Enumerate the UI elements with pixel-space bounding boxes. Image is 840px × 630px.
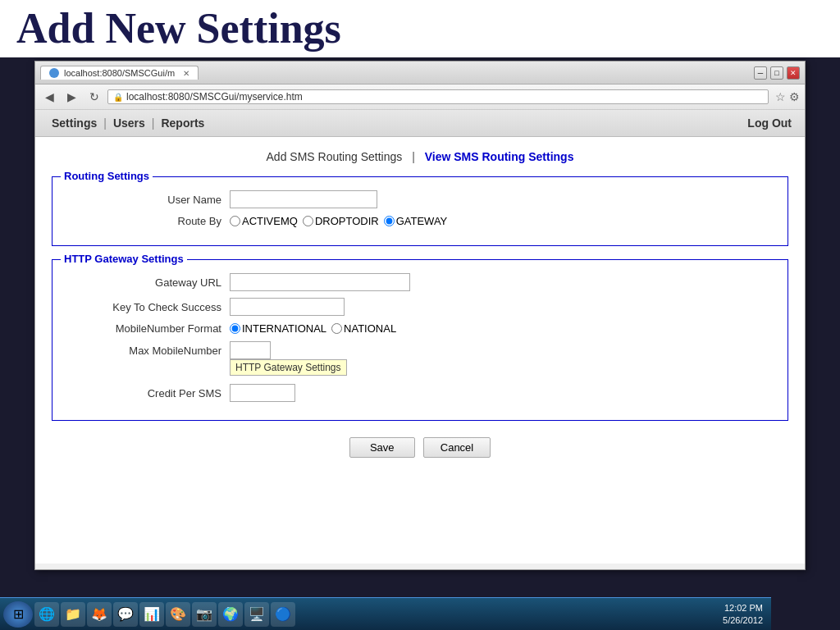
browser-controls: ─ □ ✕ — [754, 66, 800, 80]
desktop-title-text: Add New Settings — [16, 4, 341, 52]
taskbar-app6-icon[interactable]: 🖥️ — [244, 602, 269, 627]
close-button[interactable]: ✕ — [787, 66, 800, 80]
gateway-settings-legend: HTTP Gateway Settings — [61, 253, 187, 265]
nav-sep-1: | — [103, 116, 107, 130]
address-icon: 🔒 — [113, 93, 123, 102]
route-droptodir-radio[interactable] — [303, 216, 313, 226]
cancel-button[interactable]: Cancel — [423, 437, 491, 458]
routing-settings-section: Routing Settings User Name Route By ACTI… — [52, 176, 788, 246]
credit-sms-row: Credit Per SMS — [66, 384, 774, 402]
tab-close-button[interactable]: ✕ — [183, 69, 189, 78]
username-row: User Name — [66, 190, 774, 208]
settings-nav-link[interactable]: Settings — [48, 115, 100, 131]
users-nav-link[interactable]: Users — [110, 115, 148, 131]
username-control — [230, 190, 377, 208]
start-button[interactable]: ⊞ — [3, 601, 33, 628]
tab-favicon — [49, 68, 59, 78]
credit-sms-input[interactable] — [230, 384, 295, 402]
button-row: Save Cancel — [52, 437, 788, 458]
tray-time: 12:02 PM — [723, 602, 763, 614]
credit-sms-control — [230, 384, 295, 402]
gateway-url-control — [230, 273, 410, 291]
national-format-radio[interactable] — [331, 323, 342, 334]
tools-icon[interactable]: ⚙ — [789, 90, 800, 103]
main-area: Add SMS Routing Settings | View SMS Rout… — [35, 137, 805, 564]
mobile-format-row: MobileNumber Format INTERNATIONAL NATION… — [66, 322, 774, 335]
max-mobile-row: Max MobileNumber HTTP Gateway Settings — [66, 341, 774, 359]
max-mobile-control: HTTP Gateway Settings — [230, 341, 271, 359]
key-control — [230, 298, 345, 316]
address-text: localhost:8080/SMSCGui/myservice.htm — [126, 91, 763, 103]
key-row: Key To Check Success — [66, 298, 774, 316]
reports-nav-link[interactable]: Reports — [158, 115, 208, 131]
browser-titlebar: localhost:8080/SMSCGui/m ✕ ─ □ ✕ — [35, 62, 805, 84]
max-mobile-input[interactable] — [230, 341, 271, 359]
save-button[interactable]: Save — [349, 437, 415, 458]
route-by-control: ACTIVEMQ DROPTODIR GATEWAY — [230, 215, 447, 227]
routing-settings-legend: Routing Settings — [61, 170, 153, 182]
tab-title: localhost:8080/SMSCGui/m — [64, 68, 175, 78]
taskbar-chrome-icon[interactable]: 🔵 — [271, 602, 295, 627]
taskbar-app4-icon[interactable]: 📷 — [192, 602, 217, 627]
taskbar-app1-icon[interactable]: 💬 — [113, 602, 138, 627]
header-separator: | — [412, 150, 415, 163]
route-activemq-label[interactable]: ACTIVEMQ — [230, 215, 298, 227]
nav-sep-2: | — [152, 116, 155, 130]
route-by-label: Route By — [66, 215, 230, 227]
taskbar-app2-icon[interactable]: 📊 — [139, 602, 164, 627]
logout-link[interactable]: Log Out — [747, 116, 792, 130]
intl-format-text: INTERNATIONAL — [242, 322, 326, 335]
route-activemq-text: ACTIVEMQ — [242, 215, 298, 227]
mobile-format-label: MobileNumber Format — [66, 322, 230, 335]
max-mobile-label: Max MobileNumber — [66, 345, 230, 357]
view-routing-link[interactable]: View SMS Routing Settings — [425, 150, 574, 163]
key-label: Key To Check Success — [66, 301, 230, 313]
tray-clock: 12:02 PM 5/26/2012 — [723, 602, 763, 626]
route-by-row: Route By ACTIVEMQ DROPTODIR GATEWAY — [66, 215, 774, 227]
gateway-url-input[interactable] — [230, 273, 410, 291]
maximize-button[interactable]: □ — [770, 66, 783, 80]
taskbar: ⊞ 🌐 📁 🦊 💬 📊 🎨 📷 🌍 🖥️ 🔵 12:02 PM 5/26/201… — [0, 597, 771, 630]
back-button[interactable]: ◀ — [40, 88, 59, 106]
route-gateway-text: GATEWAY — [396, 215, 448, 227]
route-droptodir-label[interactable]: DROPTODIR — [303, 215, 379, 227]
forward-button[interactable]: ▶ — [62, 88, 81, 106]
browser-window: localhost:8080/SMSCGui/m ✕ ─ □ ✕ ◀ ▶ ↻ 🔒… — [34, 61, 806, 570]
taskbar-ie-icon[interactable]: 🌐 — [34, 602, 59, 627]
national-format-label[interactable]: NATIONAL — [331, 322, 396, 335]
gateway-url-row: Gateway URL — [66, 273, 774, 291]
browser-tab[interactable]: localhost:8080/SMSCGui/m ✕ — [40, 66, 199, 80]
bookmark-icon[interactable]: ☆ — [775, 90, 786, 103]
taskbar-firefox-icon[interactable]: 🦊 — [87, 602, 112, 627]
top-nav: Settings | Users | Reports Log Out — [35, 110, 805, 137]
taskbar-app3-icon[interactable]: 🎨 — [166, 602, 190, 627]
route-gateway-label[interactable]: GATEWAY — [384, 215, 448, 227]
desktop-title: Add New Settings — [0, 0, 840, 57]
key-input[interactable] — [230, 298, 345, 316]
tray-date: 5/26/2012 — [723, 614, 763, 626]
page-header: Add SMS Routing Settings | View SMS Rout… — [52, 150, 788, 163]
mobile-format-control: INTERNATIONAL NATIONAL — [230, 322, 396, 335]
taskbar-explorer-icon[interactable]: 📁 — [61, 602, 85, 627]
page-content: Settings | Users | Reports Log Out Add S… — [35, 110, 805, 569]
refresh-button[interactable]: ↻ — [84, 88, 104, 106]
username-label: User Name — [66, 194, 230, 206]
nav-links: Settings | Users | Reports — [48, 115, 208, 131]
add-routing-link[interactable]: Add SMS Routing Settings — [267, 150, 403, 163]
minimize-button[interactable]: ─ — [754, 66, 767, 80]
intl-format-label[interactable]: INTERNATIONAL — [230, 322, 326, 335]
national-format-text: NATIONAL — [344, 322, 396, 335]
address-bar[interactable]: 🔒 localhost:8080/SMSCGui/myservice.htm — [107, 89, 769, 104]
gateway-url-label: Gateway URL — [66, 276, 230, 289]
route-gateway-radio[interactable] — [384, 216, 395, 226]
intl-format-radio[interactable] — [230, 323, 240, 334]
gateway-settings-section: HTTP Gateway Settings Gateway URL Key To… — [52, 259, 788, 421]
nav-icons: ☆ ⚙ — [775, 90, 800, 103]
gateway-tooltip: HTTP Gateway Settings — [230, 359, 347, 376]
username-input[interactable] — [230, 190, 377, 208]
taskbar-app5-icon[interactable]: 🌍 — [218, 602, 243, 627]
route-activemq-radio[interactable] — [230, 216, 240, 226]
browser-navbar: ◀ ▶ ↻ 🔒 localhost:8080/SMSCGui/myservice… — [35, 84, 805, 110]
route-droptodir-text: DROPTODIR — [315, 215, 379, 227]
credit-sms-label: Credit Per SMS — [66, 387, 230, 399]
